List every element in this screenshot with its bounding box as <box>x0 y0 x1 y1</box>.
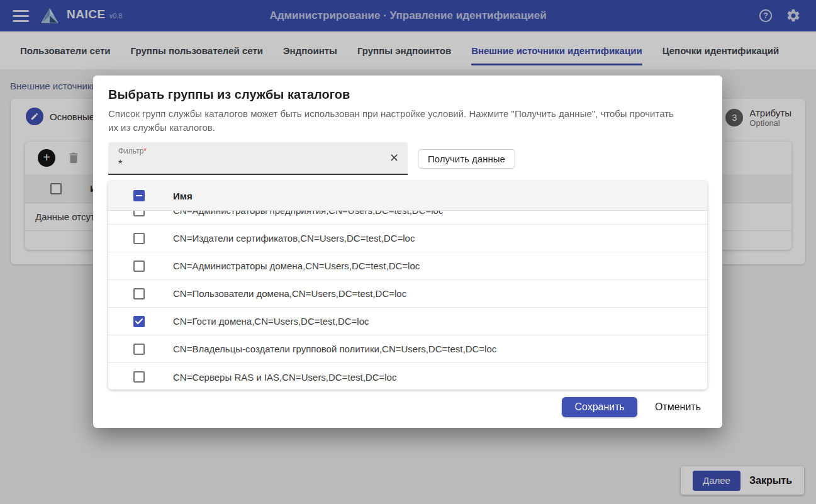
row-checkbox[interactable] <box>133 344 145 355</box>
required-asterisk: * <box>143 147 147 155</box>
group-name: CN=Издатели сертификатов,CN=Users,DC=tes… <box>173 233 415 244</box>
group-row[interactable]: CN=Администраторы домена,CN=Users,DC=tes… <box>108 252 707 280</box>
row-checkbox[interactable] <box>133 233 145 244</box>
row-checkbox[interactable] <box>133 288 145 300</box>
group-row[interactable]: CN=Пользователи домена,CN=Users,DC=test,… <box>108 280 707 308</box>
group-name: CN=Администраторы домена,CN=Users,DC=tes… <box>173 260 420 271</box>
group-name: CN=Гости домена,CN=Users,DC=test,DC=loc <box>173 316 369 327</box>
get-data-button[interactable]: Получить данные <box>418 149 515 169</box>
groups-list-card: Имя CN=Администраторы предприятия,CN=Use… <box>108 181 707 389</box>
cancel-button[interactable]: Отменить <box>655 401 701 413</box>
dialog-description: Список групп службы каталогов может быть… <box>108 107 674 135</box>
save-button[interactable]: Сохранить <box>562 397 637 417</box>
groups-list-body: CN=Администраторы предприятия,CN=Users,D… <box>108 197 707 389</box>
group-name: CN=Серверы RAS и IAS,CN=Users,DC=test,DC… <box>173 372 396 383</box>
dialog-title: Выбрать группы из службы каталогов <box>108 86 707 103</box>
group-name: CN=Пользователи домена,CN=Users,DC=test,… <box>173 288 406 299</box>
filter-input[interactable] <box>118 159 370 170</box>
clear-filter-icon[interactable]: ✕ <box>389 152 399 164</box>
row-checkbox[interactable] <box>133 316 145 327</box>
select-groups-dialog: Выбрать группы из службы каталогов Списо… <box>93 76 722 428</box>
groups-list-scroll[interactable]: Имя CN=Администраторы предприятия,CN=Use… <box>108 181 707 389</box>
column-name: Имя <box>173 191 193 201</box>
row-checkbox[interactable] <box>133 371 145 383</box>
filter-row: Фильтр* ✕ Получить данные <box>108 142 707 175</box>
groups-list-header: Имя <box>108 181 707 211</box>
filter-field[interactable]: Фильтр* ✕ <box>108 142 408 175</box>
dialog-footer: Сохранить Отменить <box>108 397 707 417</box>
group-name: CN=Владельцы-создатели групповой политик… <box>173 344 496 354</box>
select-all-checkbox[interactable] <box>133 190 145 201</box>
group-row[interactable]: CN=Издатели сертификатов,CN=Users,DC=tes… <box>108 225 707 252</box>
filter-label: Фильтр* <box>118 147 147 155</box>
row-checkbox[interactable] <box>133 260 145 272</box>
group-row[interactable]: CN=Серверы RAS и IAS,CN=Users,DC=test,DC… <box>108 363 707 389</box>
group-row[interactable]: CN=Владельцы-создатели групповой политик… <box>108 335 707 363</box>
group-row[interactable]: CN=Гости домена,CN=Users,DC=test,DC=loc <box>108 308 707 335</box>
